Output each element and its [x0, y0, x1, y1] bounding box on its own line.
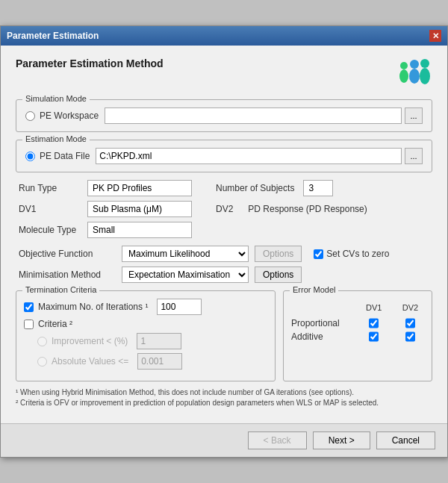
simulation-mode-label: Simulation Mode: [22, 94, 90, 103]
next-button[interactable]: Next >: [313, 431, 370, 449]
back-button[interactable]: < Back: [248, 431, 307, 449]
svg-point-5: [420, 68, 430, 84]
dv1-proportional-cell: [360, 318, 388, 328]
pe-data-file-input[interactable]: [96, 148, 402, 164]
additive-label: Additive: [291, 331, 351, 342]
simulation-mode-section: Simulation Mode PE Workspace ...: [16, 99, 432, 132]
run-type-label: Run Type: [19, 183, 78, 193]
minimisation-method-label: Minimisation Method: [19, 269, 116, 280]
criteria-row: Criteria ²: [24, 319, 267, 329]
molecule-type-row: Molecule Type Small: [19, 222, 429, 238]
termination-criteria-label: Termination Criteria: [22, 285, 99, 294]
objective-function-row: Objective Function Maximum Likelihood FO…: [19, 246, 429, 262]
estimation-mode-row: PE Data File ...: [25, 148, 423, 164]
criteria-label: Criteria ²: [38, 319, 72, 329]
dv1-additive-checkbox[interactable]: [369, 331, 379, 342]
pe-workspace-label: PE Workspace: [40, 110, 99, 121]
set-cvs-label: Set CVs to zero: [326, 249, 389, 259]
dv2-additive-checkbox[interactable]: [405, 331, 415, 342]
estimation-mode-section: Estimation Mode PE Data File ...: [16, 140, 432, 172]
criteria-sub-options: Improvement < (%) Absolute Values <=: [37, 333, 267, 370]
absolute-input[interactable]: [137, 353, 182, 370]
main-window: Parameter Estimation ✕ Parameter Estimat…: [0, 25, 448, 458]
pe-data-file-browse-btn[interactable]: ...: [405, 148, 423, 164]
page-title: Parameter Estimation Method: [16, 57, 164, 69]
improvement-input[interactable]: [137, 333, 181, 349]
dv1-value: Sub Plasma (μM): [87, 201, 192, 217]
dv1-proportional-checkbox[interactable]: [369, 318, 379, 328]
error-dv2-col-label: DV2: [396, 303, 424, 312]
minimisation-dropdown[interactable]: Expectation Maximisation Hybrid SAEM: [122, 267, 249, 283]
molecule-type-value: Small: [87, 222, 192, 238]
dv2-label: DV2: [216, 204, 233, 214]
objective-options-btn[interactable]: Options: [255, 246, 302, 262]
dv1-additive-cell: [360, 331, 388, 342]
minimisation-options-btn[interactable]: Options: [255, 267, 302, 283]
improvement-row: Improvement < (%): [37, 333, 267, 349]
close-button[interactable]: ✕: [429, 30, 441, 42]
absolute-radio[interactable]: [37, 357, 47, 367]
people-icon: [396, 58, 432, 87]
max-iterations-label: Maximum No. of Iterations ¹: [38, 302, 148, 312]
max-iterations-checkbox[interactable]: [24, 302, 34, 312]
molecule-type-label: Molecule Type: [19, 225, 78, 235]
bottom-sections: Termination Criteria Maximum No. of Iter…: [16, 290, 432, 381]
svg-point-3: [409, 69, 420, 84]
max-iterations-row: Maximum No. of Iterations ¹: [24, 299, 267, 315]
people-icon-area: [395, 57, 432, 87]
error-model-grid: DV1 DV2 Proportional Additive: [291, 303, 424, 342]
pe-data-file-radio-group: PE Data File: [25, 151, 90, 161]
run-type-row: Run Type PK PD Profiles Number of Subjec…: [19, 180, 429, 196]
objective-function-label: Objective Function: [19, 249, 116, 259]
footnote-area: ¹ When using Hybrid Minimisation Method,…: [16, 387, 432, 408]
termination-criteria-box: Termination Criteria Maximum No. of Iter…: [16, 290, 276, 381]
set-cvs-checkbox[interactable]: [314, 249, 323, 259]
simulation-mode-row: PE Workspace ...: [25, 107, 423, 124]
dv2-additive-cell: [396, 331, 424, 342]
dv2-proportional-cell: [396, 318, 424, 328]
footnote-1: ¹ When using Hybrid Minimisation Method,…: [16, 387, 432, 398]
footer-bar: < Back Next > Cancel: [1, 423, 447, 457]
svg-point-0: [400, 62, 408, 69]
objective-area: Objective Function Maximum Likelihood FO…: [16, 246, 432, 283]
footnote-2: ² Criteria is OFV or improvement in pred…: [16, 398, 432, 408]
absolute-label: Absolute Values <=: [52, 356, 128, 367]
dv1-label: DV1: [19, 204, 78, 214]
title-bar: Parameter Estimation ✕: [1, 26, 447, 46]
cancel-button[interactable]: Cancel: [376, 431, 435, 449]
svg-point-1: [399, 69, 408, 83]
improvement-label: Improvement < (%): [52, 336, 128, 346]
error-model-box: Error Model DV1 DV2 Proportional Additiv…: [283, 290, 432, 381]
num-subjects-value: 3: [303, 180, 333, 196]
dv2-value: PD Response (PD Response): [248, 204, 367, 214]
pe-workspace-radio[interactable]: [25, 111, 35, 121]
content-area: Parameter Estimation Method Simulation M…: [1, 46, 447, 423]
dv1-row: DV1 Sub Plasma (μM) DV2 PD Response (PD …: [19, 201, 429, 217]
minimisation-method-row: Minimisation Method Expectation Maximisa…: [19, 267, 429, 283]
pe-workspace-browse-btn[interactable]: ...: [405, 107, 423, 124]
proportional-label: Proportional: [291, 318, 351, 328]
pe-workspace-input[interactable]: [105, 107, 402, 124]
svg-point-2: [410, 60, 419, 69]
error-model-label: Error Model: [290, 285, 338, 294]
page-header: Parameter Estimation Method: [16, 57, 432, 87]
window-title: Parameter Estimation: [7, 31, 99, 41]
run-type-value: PK PD Profiles: [87, 180, 192, 196]
pe-data-file-radio[interactable]: [25, 152, 35, 161]
estimation-mode-label: Estimation Mode: [22, 134, 90, 143]
error-dv1-col-label: DV1: [360, 303, 388, 312]
set-cvs-row: Set CVs to zero: [314, 249, 389, 259]
objective-function-dropdown[interactable]: Maximum Likelihood FO FOCE Laplacian: [122, 246, 249, 262]
improvement-radio[interactable]: [37, 337, 47, 346]
num-subjects-label: Number of Subjects: [216, 183, 294, 193]
pe-workspace-radio-group: PE Workspace: [25, 110, 99, 121]
dv2-proportional-checkbox[interactable]: [405, 318, 415, 328]
run-type-area: Run Type PK PD Profiles Number of Subjec…: [16, 180, 432, 238]
criteria-checkbox[interactable]: [24, 320, 34, 329]
svg-point-4: [420, 59, 429, 68]
max-iterations-input[interactable]: [157, 299, 202, 315]
pe-data-file-label: PE Data File: [40, 151, 90, 161]
absolute-row: Absolute Values <=: [37, 353, 267, 370]
